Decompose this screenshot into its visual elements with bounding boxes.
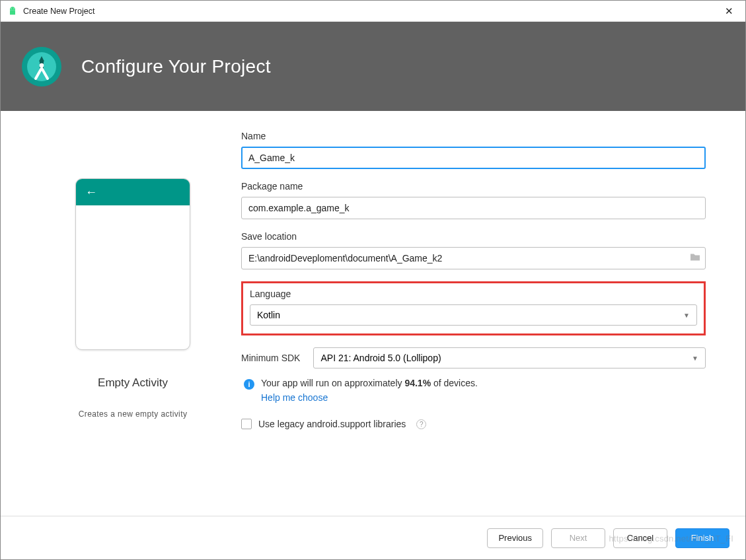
android-icon: [7, 6, 18, 17]
svg-point-0: [11, 8, 11, 9]
device-info-text: Your app will run on approximately 94.1%…: [261, 378, 478, 388]
cancel-button[interactable]: Cancel: [613, 528, 667, 548]
form-column: Name Package name Save location Language: [241, 131, 706, 516]
language-highlight: Language Kotlin ▼: [241, 281, 706, 335]
header-title: Configure Your Project: [81, 56, 271, 77]
titlebar-title: Create New Project: [23, 7, 94, 16]
dialog-footer: Previous Next Cancel Finish: [1, 516, 745, 559]
minsdk-label: Minimum SDK: [241, 353, 300, 363]
help-icon[interactable]: ?: [416, 419, 426, 429]
previous-button[interactable]: Previous: [487, 528, 543, 548]
location-field: Save location: [241, 231, 706, 269]
preview-column: ← Empty Activity Creates a new empty act…: [40, 131, 225, 516]
activity-preview: ←: [75, 178, 190, 350]
package-field: Package name: [241, 181, 706, 219]
package-label: Package name: [241, 181, 706, 192]
legacy-checkbox-row: Use legacy android.support libraries ?: [241, 419, 706, 429]
back-arrow-icon: ←: [85, 186, 97, 199]
preview-description: Creates a new empty activity: [79, 409, 188, 419]
minsdk-select[interactable]: API 21: Android 5.0 (Lollipop) ▼: [313, 347, 706, 368]
chevron-down-icon: ▼: [692, 355, 698, 362]
android-studio-logo: [20, 46, 63, 88]
location-input[interactable]: [241, 247, 706, 269]
chevron-down-icon: ▼: [683, 312, 690, 319]
name-field: Name: [241, 131, 706, 169]
svg-point-1: [13, 8, 14, 9]
info-icon: i: [244, 379, 254, 390]
svg-rect-2: [10, 10, 15, 15]
language-value: Kotlin: [257, 310, 280, 320]
preview-appbar: ←: [76, 179, 190, 205]
name-label: Name: [241, 131, 706, 141]
minsdk-field: Minimum SDK API 21: Android 5.0 (Lollipo…: [241, 347, 706, 368]
package-input[interactable]: [241, 197, 706, 219]
help-me-choose-link[interactable]: Help me choose: [241, 392, 706, 403]
legacy-label: Use legacy android.support libraries: [258, 419, 406, 429]
device-info-row: i Your app will run on approximately 94.…: [241, 378, 706, 390]
next-button: Next: [551, 528, 605, 548]
dialog-body: ← Empty Activity Creates a new empty act…: [1, 111, 745, 516]
preview-title: Empty Activity: [98, 376, 168, 390]
finish-button[interactable]: Finish: [675, 528, 729, 548]
dialog-header: Configure Your Project: [1, 22, 745, 111]
language-select[interactable]: Kotlin ▼: [250, 304, 697, 326]
name-input[interactable]: [241, 147, 706, 169]
location-label: Save location: [241, 231, 706, 242]
browse-folder-icon[interactable]: [690, 253, 700, 264]
minsdk-value: API 21: Android 5.0 (Lollipop): [320, 353, 441, 363]
language-label: Language: [250, 289, 697, 299]
svg-point-6: [40, 63, 44, 67]
close-button[interactable]: ✕: [720, 4, 739, 18]
dialog-window: Create New Project ✕ Configure Your Proj…: [0, 0, 746, 560]
titlebar: Create New Project ✕: [1, 1, 745, 22]
legacy-checkbox[interactable]: [241, 419, 252, 429]
